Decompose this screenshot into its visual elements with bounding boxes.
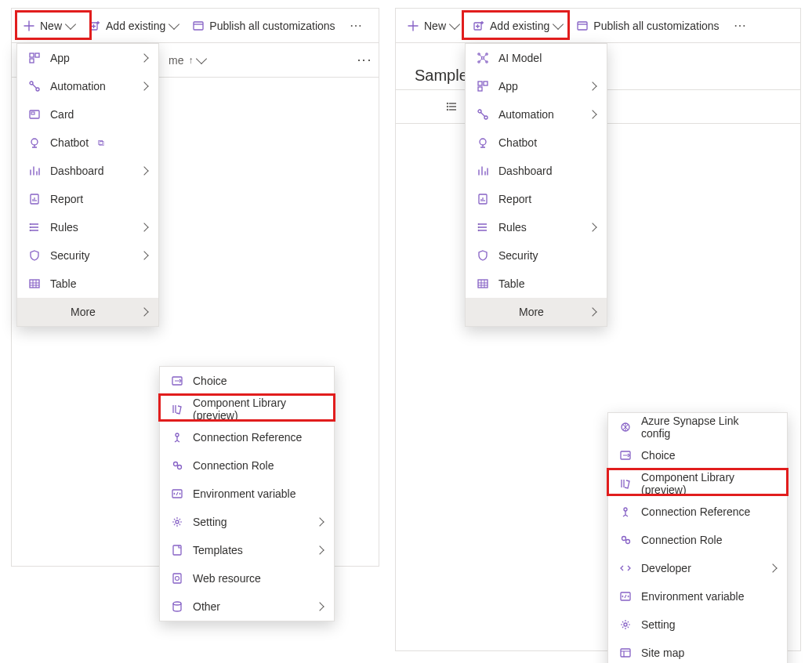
sort-asc-icon: ↑	[188, 55, 193, 66]
item-label: Report	[498, 193, 531, 205]
chevron-down-icon	[65, 19, 76, 30]
list-view-icon[interactable]	[446, 100, 459, 113]
menu-item-report[interactable]: Report	[466, 185, 607, 213]
envvar-icon	[619, 590, 632, 603]
new-label: New	[40, 20, 62, 32]
publish-button[interactable]: Publish all customizations	[570, 13, 725, 38]
card-icon	[28, 108, 41, 121]
table-icon	[28, 277, 41, 290]
menu-item-more[interactable]: More	[17, 298, 158, 326]
item-label: Dashboard	[498, 165, 553, 177]
menu-item-rules[interactable]: Rules	[17, 213, 158, 241]
submenu-item-choice[interactable]: Choice	[608, 441, 787, 469]
publish-button[interactable]: Publish all customizations	[186, 13, 341, 38]
menu-item-app[interactable]: App	[466, 72, 607, 100]
menu-item-automation[interactable]: Automation	[17, 72, 158, 100]
item-label: Component Library (preview)	[641, 471, 767, 496]
item-label: Environment variable	[193, 487, 296, 500]
item-label: Automation	[498, 108, 554, 121]
menu-item-chatbot[interactable]: Chatbot⧉	[17, 129, 158, 157]
submenu-item-azure-synapse-link-config[interactable]: Azure Synapse Link config	[608, 413, 787, 441]
chevron-right-icon	[588, 307, 596, 316]
new-button[interactable]: New	[401, 13, 465, 38]
add-existing-button[interactable]: Add existing	[466, 13, 568, 38]
dashboard-icon	[477, 165, 489, 177]
chatbot-icon	[28, 136, 41, 149]
submenu-item-developer[interactable]: Developer	[608, 554, 787, 582]
item-label: Connection Reference	[193, 431, 302, 444]
dashboard-icon	[28, 165, 41, 177]
external-link-icon: ⧉	[98, 138, 104, 148]
chevron-right-icon	[315, 517, 324, 526]
plus-icon	[23, 20, 35, 32]
menu-item-table[interactable]: Table	[466, 270, 607, 298]
security-icon	[477, 249, 489, 262]
menu-item-app[interactable]: App	[17, 44, 158, 72]
app-icon	[477, 80, 489, 92]
menu-item-dashboard[interactable]: Dashboard	[17, 157, 158, 185]
menu-item-ai-model[interactable]: AI Model	[466, 44, 607, 72]
rules-icon	[477, 221, 489, 234]
synapse-icon	[619, 421, 632, 433]
menu-item-table[interactable]: Table	[17, 270, 158, 298]
envvar-icon	[171, 487, 183, 500]
chatbot-icon	[477, 136, 489, 149]
new-dropdown: AppAutomationCardChatbot⧉DashboardReport…	[16, 43, 159, 327]
menu-item-automation[interactable]: Automation	[466, 100, 607, 129]
item-label: Connection Reference	[641, 505, 750, 518]
automation-icon	[477, 108, 489, 121]
more-submenu: Azure Synapse Link configChoiceComponent…	[607, 412, 788, 663]
menu-item-security[interactable]: Security	[466, 241, 607, 270]
other-icon	[171, 600, 183, 613]
submenu-item-setting[interactable]: Setting	[608, 610, 787, 639]
app-icon	[28, 52, 41, 64]
menu-item-rules[interactable]: Rules	[466, 213, 607, 241]
submenu-item-setting[interactable]: Setting	[160, 508, 334, 536]
item-label: Developer	[641, 562, 691, 574]
menu-item-card[interactable]: Card	[17, 100, 158, 129]
column-header-name[interactable]: me ↑	[169, 54, 205, 67]
item-label: Azure Synapse Link config	[641, 415, 767, 440]
submenu-item-connection-role[interactable]: Connection Role	[160, 451, 334, 480]
menu-item-report[interactable]: Report	[17, 185, 158, 213]
menu-item-more[interactable]: More	[466, 298, 607, 326]
menu-item-dashboard[interactable]: Dashboard	[466, 157, 607, 185]
submenu-item-environment-variable[interactable]: Environment variable	[608, 582, 787, 610]
toolbar-right: New Add existing Publish all customizati…	[396, 9, 800, 43]
chevron-right-icon	[140, 251, 148, 259]
submenu-item-other[interactable]: Other	[160, 592, 334, 621]
chevron-down-icon	[169, 19, 179, 30]
add-existing-button[interactable]: Add existing	[82, 13, 184, 38]
submenu-item-component-library-preview-[interactable]: Component Library (preview)	[160, 395, 334, 423]
menu-item-chatbot[interactable]: Chatbot	[466, 129, 607, 157]
add-existing-icon	[89, 20, 101, 32]
submenu-item-component-library-preview-[interactable]: Component Library (preview)	[608, 469, 787, 498]
chevron-right-icon	[588, 223, 596, 231]
item-label: Connection Role	[641, 534, 723, 546]
item-label: App	[50, 52, 70, 64]
report-icon	[28, 193, 41, 205]
submenu-item-web-resource[interactable]: Web resource	[160, 564, 334, 592]
overflow-button[interactable]: ⋯	[727, 18, 752, 33]
item-label: Chatbot	[50, 136, 89, 149]
item-label: Setting	[641, 618, 676, 631]
item-label: Choice	[641, 449, 676, 462]
item-label: Rules	[50, 221, 78, 234]
menu-item-security[interactable]: Security	[17, 241, 158, 270]
submenu-item-connection-reference[interactable]: Connection Reference	[608, 498, 787, 526]
publish-label: Publish all customizations	[209, 20, 335, 32]
item-label: Rules	[498, 221, 527, 234]
chevron-right-icon	[588, 110, 596, 118]
submenu-item-environment-variable[interactable]: Environment variable	[160, 480, 334, 508]
add-existing-dropdown: AI ModelAppAutomationChatbotDashboardRep…	[465, 43, 607, 327]
submenu-item-connection-reference[interactable]: Connection Reference	[160, 423, 334, 451]
overflow-button[interactable]: ⋯	[343, 18, 368, 33]
item-label: Web resource	[193, 572, 261, 585]
publish-icon	[576, 20, 589, 32]
new-button[interactable]: New	[16, 13, 81, 38]
submenu-item-site-map[interactable]: Site map	[608, 639, 787, 663]
submenu-item-choice[interactable]: Choice	[160, 367, 334, 395]
chevron-right-icon	[140, 82, 148, 90]
submenu-item-connection-role[interactable]: Connection Role	[608, 526, 787, 554]
submenu-item-templates[interactable]: Templates	[160, 536, 334, 564]
